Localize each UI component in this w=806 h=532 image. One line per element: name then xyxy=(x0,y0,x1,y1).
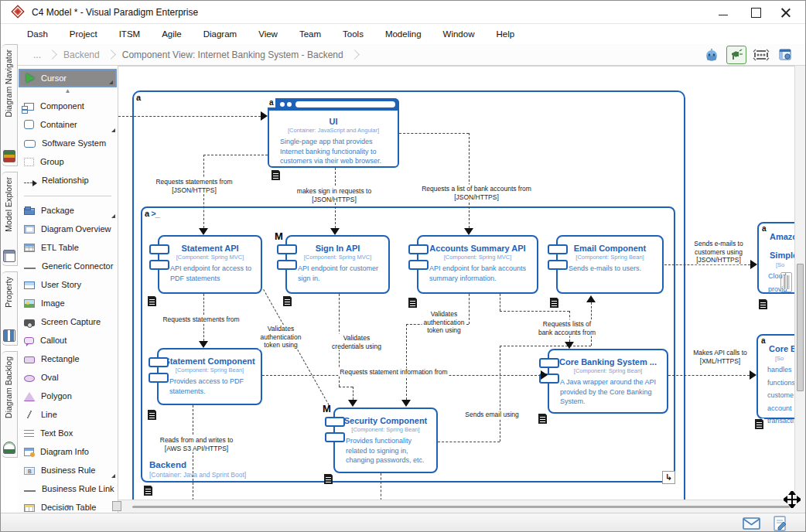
relationship-label[interactable]: Validatesauthenticationtoken using xyxy=(259,325,303,350)
node-subtitle: [Component: Spring Bean] xyxy=(549,367,667,374)
palette-item-relationship[interactable]: Relationship xyxy=(18,171,118,189)
chevron-right-icon xyxy=(106,49,116,60)
vertical-scrollbar-thumb[interactable] xyxy=(797,264,804,391)
close-button[interactable] xyxy=(774,5,797,19)
node-subtitle: [Component: Spring MVC] xyxy=(159,254,261,261)
model-explorer-icon xyxy=(3,250,15,262)
relationship-label[interactable]: Requests statements from xyxy=(161,315,241,324)
breadcrumb-item-0[interactable]: ... xyxy=(29,49,46,60)
breadcrumb-item-2[interactable]: Component View: Internet Banking System … xyxy=(118,49,348,60)
core-banking-system-facade[interactable]: Core Banking System ...[Component: Sprin… xyxy=(548,349,668,414)
menu-item-itsm[interactable]: ITSM xyxy=(108,26,151,42)
sign-in-api[interactable]: MSign In API[Component: Spring MVC]API e… xyxy=(285,235,390,294)
relationship-label[interactable]: Requests statements from[JSON/HTTPS] xyxy=(154,178,234,194)
palette-item-package[interactable]: Package xyxy=(18,201,118,220)
palette-item-component[interactable]: Component xyxy=(18,97,118,115)
diagram-canvas[interactable]: aa >_Backend[Container: Java and Sprint … xyxy=(118,66,796,500)
palette-item-software-system[interactable]: Software System xyxy=(18,134,118,152)
palette-item-polygon[interactable]: Polygon xyxy=(18,387,118,405)
arrowhead-icon xyxy=(199,341,208,348)
menu-item-view[interactable]: View xyxy=(248,26,289,42)
sidebar-tab-diagram-navigator[interactable]: Diagram Navigator xyxy=(2,44,18,166)
horizontal-scrollbar-thumb[interactable] xyxy=(132,506,790,508)
menu-item-dash[interactable]: Dash xyxy=(16,26,59,42)
submenu-corner-icon xyxy=(111,128,115,132)
core-banking-system[interactable]: aCore B[Sohandlesfunctionscustomeaccount… xyxy=(756,334,796,419)
relationship-label[interactable]: Sends email using xyxy=(463,411,520,419)
node-description: Sends e-mails to users. xyxy=(569,264,656,274)
menu-item-window[interactable]: Window xyxy=(432,26,486,42)
palette-item-cursor[interactable]: Cursor xyxy=(19,69,117,87)
palette-item-generic-connector[interactable]: Generic Connector xyxy=(18,257,118,275)
palette-item-container[interactable]: Container xyxy=(18,115,118,134)
palette-item-diagram-info[interactable]: Diagram Info xyxy=(18,442,118,461)
palette-item-callout[interactable]: Callout xyxy=(18,331,118,350)
document-indicator-icon xyxy=(324,474,333,484)
side-tab-strip: Diagram NavigatorModel ExplorerPropertyD… xyxy=(1,44,18,513)
arrowhead-icon xyxy=(330,228,340,235)
breadcrumb-item-1[interactable]: Backend xyxy=(59,49,104,60)
statement-component[interactable]: Statement Component[Component: Spring Be… xyxy=(157,348,262,405)
email-component[interactable]: Email Component[Component: Spring Bean]S… xyxy=(556,235,664,294)
palette-item-diagram-overview[interactable]: Diagram Overview xyxy=(18,220,118,238)
palette-item-etl-table[interactable]: ETL Table xyxy=(18,238,118,257)
sidebar-tab-property[interactable]: Property xyxy=(2,271,18,346)
menu-item-tools[interactable]: Tools xyxy=(332,26,374,42)
palette-item-oval[interactable]: Oval xyxy=(18,368,118,387)
relationship-label[interactable]: Reads from and writes to[AWS S3 API/HTTP… xyxy=(159,436,234,452)
relationship-label[interactable]: Validatescredentials using xyxy=(330,334,383,350)
selection-band-icon[interactable] xyxy=(751,46,771,64)
palette-item-user-story[interactable]: User Story xyxy=(18,275,118,294)
node-subtitle: [So xyxy=(776,261,796,268)
menu-item-agile[interactable]: Agile xyxy=(151,26,193,42)
relationship-label[interactable]: Sends e-mails tocustomers using[JSON/HTT… xyxy=(692,240,744,264)
vertical-scrollbar[interactable] xyxy=(794,66,805,512)
accounts-summary-api[interactable]: Accounts Summary API[Component: Spring M… xyxy=(417,235,538,294)
title-bar[interactable]: C4 Model * - Visual Paradigm Enterprise xyxy=(1,1,805,24)
text-box-icon xyxy=(24,430,34,438)
security-component[interactable]: MSecurity Component[Component: Spring Be… xyxy=(333,408,438,473)
node-title: UI xyxy=(269,117,398,126)
horizontal-scrollbar[interactable] xyxy=(118,500,796,513)
palette-item-business-rule[interactable]: Business Rule xyxy=(18,461,118,479)
fit-size-corner-icon[interactable]: ↳ xyxy=(662,471,675,484)
relationship-label[interactable]: Requests lists ofbank accounts from xyxy=(537,320,597,336)
relationship-label[interactable]: Validatesauthenticationtoken using xyxy=(422,310,466,335)
palette-scroll-up[interactable]: ▲ xyxy=(18,87,118,97)
palette-item-text-box[interactable]: Text Box xyxy=(18,424,118,442)
ui[interactable]: aUI[Container: JavaScript and Angular]Si… xyxy=(268,98,399,168)
menu-item-help[interactable]: Help xyxy=(485,26,525,42)
menu-item-diagram[interactable]: Diagram xyxy=(193,26,248,42)
panel-grip[interactable] xyxy=(112,501,121,511)
menu-item-project[interactable]: Project xyxy=(59,26,108,42)
boundary-sublabel: [Container: Java and Sprint Boot] xyxy=(149,471,246,479)
callout-icon xyxy=(24,337,34,344)
relationship-label[interactable]: Requests statement information from xyxy=(338,368,449,377)
minimize-button[interactable] xyxy=(712,5,736,19)
document-indicator-icon xyxy=(148,296,156,306)
menu-item-team[interactable]: Team xyxy=(289,26,332,42)
menu-item-modeling[interactable]: Modeling xyxy=(374,26,432,42)
layout-panel-icon[interactable] xyxy=(776,46,796,64)
relationship-label[interactable]: Requests a list of bank accounts from[JS… xyxy=(420,185,533,201)
palette-item-rectangle[interactable]: Rectangle xyxy=(18,350,118,368)
relationship-label[interactable]: Makes API calls to[XML/HTTPS] xyxy=(692,349,748,365)
palette-item-business-rule-link[interactable]: Business Rule Link xyxy=(18,479,118,498)
sidebar-tab-diagram-backlog[interactable]: Diagram Backlog xyxy=(2,351,18,458)
node-description: transacti xyxy=(767,416,796,426)
sidebar-tab-model-explorer[interactable]: Model Explorer xyxy=(2,172,18,266)
bot-icon[interactable] xyxy=(702,46,722,64)
maximize-button[interactable] xyxy=(745,5,768,19)
publish-icon[interactable] xyxy=(726,46,746,64)
relationship-label[interactable]: makes sign in requests to[JSON/HTTPS] xyxy=(295,187,373,203)
collapsed-panel-grip[interactable] xyxy=(780,272,792,292)
statement-api[interactable]: Statement API[Component: Spring MVC]API … xyxy=(158,235,262,294)
palette-scroll-down[interactable]: ▼ xyxy=(18,503,118,510)
mail-icon[interactable] xyxy=(743,517,760,532)
palette-item-image[interactable]: Image xyxy=(18,294,118,312)
palette-item-screen-capture[interactable]: Screen Capture xyxy=(18,312,118,331)
palette-item-line[interactable]: Line xyxy=(18,405,118,424)
palette-item-group[interactable]: Group xyxy=(18,152,118,171)
report-log-icon[interactable] xyxy=(774,516,787,532)
relationship-line xyxy=(469,294,470,324)
